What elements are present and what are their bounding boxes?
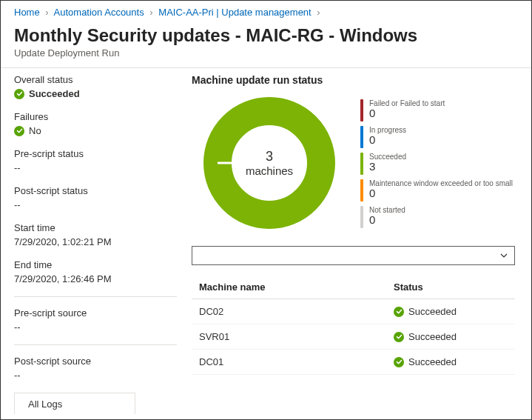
post-script-source-value: --	[14, 370, 192, 381]
post-script-status-label: Post-script status	[14, 185, 192, 196]
chevron-right-icon: ›	[317, 7, 320, 18]
pre-script-status-value: --	[14, 162, 192, 173]
breadcrumb-home[interactable]: Home	[14, 7, 40, 18]
machine-status-cell: Succeeded	[408, 306, 457, 317]
summary-divider	[14, 296, 177, 297]
legend-label: Failed or Failed to start	[369, 99, 445, 107]
all-logs-tab[interactable]: All Logs	[14, 393, 135, 414]
summary-panel: Overall status Succeeded Failures No Pre…	[14, 74, 192, 420]
status-donut-chart: 3 machines	[203, 96, 336, 230]
table-row[interactable]: SVR01 Succeeded	[192, 324, 515, 350]
success-icon	[394, 307, 404, 317]
end-time-label: End time	[14, 259, 192, 270]
legend-color-bar	[360, 206, 363, 228]
filter-dropdown[interactable]	[192, 246, 515, 265]
failures-value: No	[29, 125, 41, 136]
page-header: Monthly Security updates - MAIC-RG - Win…	[1, 21, 531, 66]
pre-script-status-label: Pre-script status	[14, 148, 192, 159]
status-legend: Failed or Failed to start 0 In progress …	[360, 96, 515, 230]
success-icon	[394, 332, 404, 342]
chevron-down-icon	[499, 251, 508, 260]
failures-label: Failures	[14, 111, 192, 122]
column-status[interactable]: Status	[394, 281, 512, 293]
legend-value: 0	[369, 187, 513, 200]
breadcrumb-automation-accounts[interactable]: Automation Accounts	[54, 7, 144, 18]
table-row[interactable]: DC01 Succeeded	[192, 350, 515, 375]
pre-script-source-value: --	[14, 321, 192, 333]
overall-status-label: Overall status	[14, 74, 192, 85]
start-time-label: Start time	[14, 222, 192, 233]
breadcrumb-update-management[interactable]: MAIC-AA-Pri | Update management	[158, 7, 311, 18]
page-subtitle: Update Deployment Run	[14, 47, 518, 59]
donut-label: machines	[246, 164, 293, 177]
legend-color-bar	[360, 126, 363, 148]
machine-status-cell: Succeeded	[408, 356, 457, 367]
legend-value: 0	[369, 107, 445, 120]
overall-status-value: Succeeded	[29, 88, 80, 99]
chevron-right-icon: ›	[45, 7, 48, 18]
table-row[interactable]: DC02 Succeeded	[192, 299, 515, 324]
legend-value: 0	[369, 214, 405, 227]
legend-color-bar	[360, 153, 363, 175]
legend-succeeded: Succeeded 3	[360, 153, 515, 175]
legend-failed: Failed or Failed to start 0	[360, 99, 515, 121]
post-script-source-label: Post-script source	[14, 356, 192, 367]
column-machine-name[interactable]: Machine name	[195, 281, 394, 293]
legend-color-bar	[360, 179, 363, 201]
legend-value: 0	[369, 134, 406, 147]
machine-name-cell: DC01	[195, 356, 394, 367]
success-icon	[394, 357, 404, 367]
breadcrumb: Home › Automation Accounts › MAIC-AA-Pri…	[1, 1, 531, 21]
success-icon	[14, 89, 24, 99]
summary-divider	[14, 344, 177, 345]
machine-name-cell: DC02	[195, 306, 394, 317]
legend-color-bar	[360, 99, 363, 121]
machine-status-cell: Succeeded	[408, 331, 457, 342]
pre-script-source-label: Pre-script source	[14, 307, 192, 319]
page-title: Monthly Security updates - MAIC-RG - Win…	[14, 25, 518, 46]
chevron-right-icon: ›	[149, 7, 152, 18]
legend-in-progress: In progress 0	[360, 126, 515, 148]
success-icon	[14, 126, 24, 136]
machine-name-cell: SVR01	[195, 331, 394, 342]
machines-table: Machine name Status DC02 Succeeded SVR01…	[192, 276, 515, 375]
legend-value: 3	[369, 161, 406, 173]
legend-maintenance: Maintenance window exceeded or too small…	[360, 179, 515, 201]
run-status-title: Machine update run status	[192, 74, 515, 86]
donut-count: 3	[266, 149, 273, 164]
legend-not-started: Not started 0	[360, 206, 515, 228]
post-script-status-value: --	[14, 199, 192, 210]
end-time-value: 7/29/2020, 1:26:46 PM	[14, 273, 192, 284]
legend-label: Maintenance window exceeded or too small	[369, 179, 513, 187]
start-time-value: 7/29/2020, 1:02:21 PM	[14, 236, 192, 247]
header-divider	[1, 67, 531, 68]
